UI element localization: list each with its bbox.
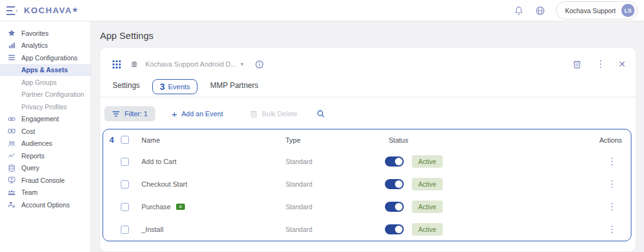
row-actions-kebab-icon[interactable] [610, 179, 614, 190]
globe-icon[interactable] [535, 5, 545, 16]
status-badge: Active [412, 223, 443, 236]
event-type: Standard [286, 203, 389, 211]
status-toggle[interactable] [385, 224, 404, 234]
account-name: Kochava Support [565, 7, 616, 14]
plus-icon: + [172, 110, 177, 118]
bell-icon[interactable] [513, 5, 524, 16]
link-icon [8, 115, 16, 123]
event-type: Standard [286, 158, 389, 165]
column-header-actions: Actions [593, 136, 631, 144]
row-actions-kebab-icon[interactable] [610, 202, 614, 212]
bulk-delete-button[interactable]: Bulk Delete [250, 109, 297, 118]
sidebar-item-app-groups[interactable]: App Groups [0, 76, 91, 89]
search-icon[interactable] [316, 109, 325, 118]
tab-settings[interactable]: Settings [113, 81, 140, 95]
table-row: Checkout StartStandardActive [103, 173, 631, 195]
event-type: Standard [286, 180, 389, 188]
close-icon[interactable]: ✕ [618, 60, 626, 68]
chevron-down-icon: ▼ [240, 62, 245, 67]
filter-button[interactable]: Filter: 1 [104, 106, 155, 121]
events-table-body: Add to CartStandardActiveCheckout StartS… [103, 150, 631, 241]
row-actions-kebab-icon[interactable] [610, 224, 614, 235]
sidebar-item-apps-assets[interactable]: Apps & Assets [0, 64, 91, 77]
page-title: App Settings [91, 21, 644, 41]
row-checkbox[interactable] [121, 158, 129, 166]
add-event-button[interactable]: + Add an Event [172, 110, 223, 118]
card-kebab-menu-icon[interactable] [599, 59, 603, 70]
event-name: Purchase [142, 203, 170, 211]
sidebar-item-app-configurations[interactable]: App Configurations [0, 52, 91, 64]
star-icon [8, 29, 16, 37]
funnel-icon [112, 111, 120, 118]
sidebar-item-favorites[interactable]: Favorites [0, 27, 91, 40]
revenue-icon [176, 204, 185, 210]
sidebar-collapse-icon[interactable]: ‹ [6, 6, 18, 15]
status-badge: Active [412, 155, 443, 168]
info-icon[interactable] [255, 60, 264, 69]
tab-mmp-partners[interactable]: MMP Partners [210, 81, 258, 95]
status-toggle[interactable] [385, 156, 404, 167]
event-name: Add to Cart [142, 158, 177, 165]
row-checkbox[interactable] [121, 203, 129, 211]
column-header-type: Type [286, 136, 389, 144]
trash-icon [250, 109, 258, 118]
sidebar-item-fraud-console[interactable]: Fraud Console [0, 174, 91, 187]
account-menu-button[interactable]: Kochava Support LS [556, 1, 638, 19]
database-icon [8, 164, 16, 172]
app-selector-dropdown[interactable]: Kochava Support Android D... ▼ [145, 60, 245, 68]
table-row: _InstallStandardActive [103, 218, 631, 241]
top-bar: ‹ KOCHAVA★ Kochava Support LS [0, 0, 644, 21]
sidebar-item-audiences[interactable]: Audiences [0, 138, 91, 150]
events-table-header: 4 Name Type Status Actions [103, 129, 631, 150]
list-icon [8, 53, 16, 62]
sidebar-item-team[interactable]: Team [0, 187, 91, 199]
avatar: LS [621, 4, 635, 17]
kochava-logo: KOCHAVA★ [24, 6, 78, 15]
team-icon [8, 189, 16, 197]
sidebar-item-privacy-profiles[interactable]: Privacy Profiles [0, 101, 91, 113]
events-count: 3 [160, 82, 165, 92]
person-gear-icon [8, 200, 16, 209]
select-all-checkbox[interactable] [121, 136, 129, 144]
android-icon [130, 60, 139, 69]
sidebar-item-reports[interactable]: Reports [0, 150, 91, 162]
delete-app-icon[interactable] [572, 58, 583, 70]
events-toolbar: Filter: 1 + Add an Event Bulk Delete [100, 97, 636, 129]
events-table: 4 Name Type Status Actions Add to CartSt… [103, 129, 631, 241]
sidebar-item-cost[interactable]: Cost [0, 125, 91, 138]
analytics-icon [8, 41, 16, 50]
sidebar-item-analytics[interactable]: Analytics [0, 40, 91, 52]
status-toggle[interactable] [385, 202, 404, 212]
column-header-name: Name [142, 136, 286, 144]
event-type: Standard [286, 226, 389, 233]
sidebar-item-engagement[interactable]: Engagement [0, 113, 91, 126]
apps-grid-icon[interactable] [113, 60, 121, 68]
trend-icon [8, 151, 16, 160]
row-checkbox[interactable] [121, 180, 129, 189]
app-settings-card: Kochava Support Android D... ▼ ✕ Setting… [99, 47, 636, 252]
card-header: Kochava Support Android D... ▼ ✕ [100, 48, 636, 71]
sidebar-item-partner-configuration[interactable]: Partner Configuration [0, 89, 91, 101]
sidebar-item-query[interactable]: Query [0, 162, 91, 175]
sidebar-nav: FavoritesAnalyticsApp ConfigurationsApps… [0, 21, 91, 252]
status-badge: Active [412, 178, 443, 190]
selected-row-count: 4 [109, 135, 121, 145]
row-checkbox[interactable] [121, 226, 129, 234]
main-content: App Settings Kochava Support Android D..… [91, 21, 644, 252]
event-name: _Install [142, 226, 164, 233]
table-row: Add to CartStandardActive [103, 150, 631, 173]
table-row: PurchaseStandardActive [103, 195, 631, 218]
row-actions-kebab-icon[interactable] [610, 156, 614, 167]
column-header-status: Status [389, 136, 593, 144]
monitor-icon [8, 176, 16, 184]
status-toggle[interactable] [385, 179, 404, 189]
event-name: Checkout Start [142, 180, 187, 188]
sidebar-item-account-options[interactable]: Account Options [0, 199, 91, 211]
status-badge: Active [412, 200, 443, 213]
card-tabs: Settings 3 Events MMP Partners [100, 71, 636, 97]
people-icon [8, 140, 16, 148]
banknote-icon [8, 127, 16, 135]
tab-events[interactable]: 3 Events [152, 79, 197, 94]
